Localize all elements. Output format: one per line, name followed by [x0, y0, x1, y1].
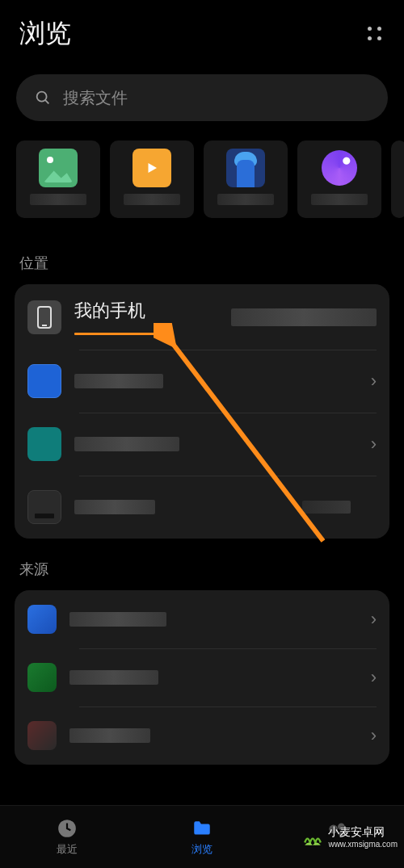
chevron-right-icon: ›: [371, 725, 377, 746]
chevron-right-icon: ›: [371, 371, 377, 392]
clock-icon: [57, 818, 78, 839]
source-item-1[interactable]: ›: [15, 590, 389, 648]
svg-line-1: [45, 100, 48, 103]
quick-more[interactable]: [391, 140, 404, 218]
section-locations-label: 位置: [0, 233, 404, 284]
obscured-label: [74, 374, 163, 388]
obscured-label: [311, 194, 368, 205]
sources-card: › › ›: [15, 590, 389, 765]
audio-icon: [320, 149, 359, 187]
location-my-phone[interactable]: 我的手机: [15, 284, 389, 350]
chevron-right-icon: ›: [371, 609, 377, 630]
obscured-label: [69, 612, 166, 627]
source-item-2[interactable]: ›: [15, 648, 389, 707]
quick-avatar[interactable]: [204, 140, 288, 218]
highlight-underline: [74, 333, 163, 335]
source-item-3[interactable]: ›: [15, 707, 389, 765]
watermark-url: www.xmsigma.com: [328, 840, 398, 849]
page-title: 浏览: [19, 16, 71, 52]
obscured-detail: [231, 308, 377, 326]
search-input[interactable]: [63, 89, 370, 107]
obscured-label: [124, 194, 180, 205]
folder-icon: [27, 364, 61, 398]
nav-browse-label: 浏览: [191, 842, 213, 857]
folder-icon: [27, 427, 61, 461]
chevron-right-icon: ›: [371, 434, 377, 455]
location-item-4[interactable]: [15, 476, 389, 539]
search-icon: [34, 89, 52, 107]
obscured-label: [69, 728, 150, 743]
obscured-label: [74, 500, 155, 514]
obscured-label: [74, 437, 179, 451]
section-sources-label: 来源: [0, 539, 404, 590]
location-item-3[interactable]: ›: [15, 413, 389, 476]
watermark-name: 小麦安卓网: [328, 825, 398, 840]
nav-recent[interactable]: 最近: [0, 806, 135, 868]
folder-icon: [191, 818, 213, 839]
watermark: 小麦安卓网 www.xmsigma.com: [302, 825, 398, 849]
location-item-2[interactable]: ›: [15, 350, 389, 413]
quick-videos[interactable]: [110, 140, 194, 218]
locations-card: 我的手机 › ›: [15, 284, 389, 539]
person-icon: [226, 149, 265, 187]
obscured-label: [30, 194, 86, 205]
obscured-detail: [302, 501, 351, 514]
app-icon: [27, 721, 57, 750]
svg-marker-2: [149, 163, 158, 173]
chevron-right-icon: ›: [371, 667, 377, 688]
obscured-label: [217, 194, 274, 205]
quick-access-row: [0, 140, 404, 233]
obscured-label: [69, 670, 158, 685]
nav-recent-label: 最近: [57, 842, 78, 857]
quick-audio[interactable]: [297, 140, 381, 218]
video-icon: [133, 149, 171, 187]
more-menu-icon[interactable]: [365, 24, 385, 44]
nav-browse[interactable]: 浏览: [135, 806, 270, 868]
watermark-icon: [302, 827, 323, 848]
search-bar[interactable]: [16, 74, 388, 121]
app-icon: [27, 663, 57, 692]
phone-icon: [27, 300, 61, 334]
app-icon: [27, 605, 57, 634]
storage-icon: [27, 490, 61, 524]
svg-point-0: [37, 92, 47, 102]
quick-images[interactable]: [16, 140, 100, 218]
image-icon: [39, 149, 78, 187]
